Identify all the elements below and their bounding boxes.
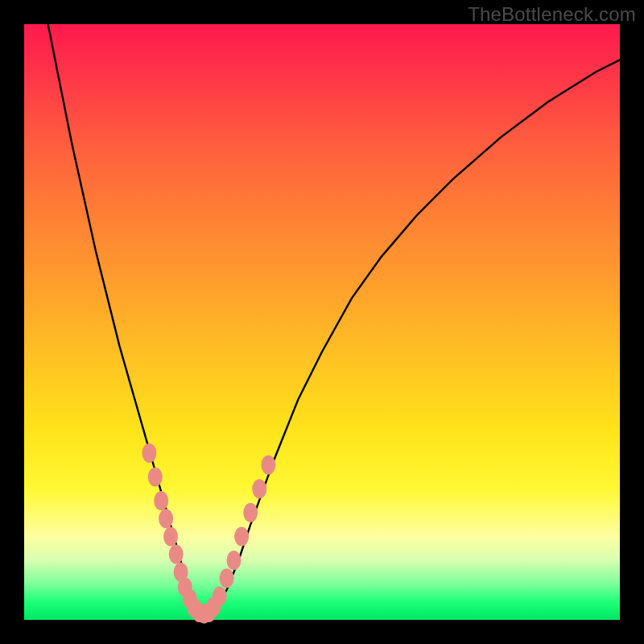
marker-point bbox=[243, 503, 258, 522]
plot-area bbox=[24, 24, 620, 620]
marker-point bbox=[159, 509, 173, 528]
marker-point bbox=[154, 491, 168, 510]
marker-point bbox=[261, 456, 275, 475]
bottleneck-curve bbox=[48, 24, 620, 614]
marker-point bbox=[220, 568, 234, 588]
marker-point bbox=[252, 479, 266, 498]
marker-point bbox=[213, 586, 227, 605]
chart-svg bbox=[24, 24, 620, 620]
marker-point bbox=[148, 467, 163, 486]
marker-point bbox=[234, 526, 249, 546]
marker-point bbox=[163, 526, 178, 546]
marker-point bbox=[142, 444, 156, 463]
chart-frame: TheBottleneck.com bbox=[0, 0, 644, 644]
marker-point bbox=[169, 545, 184, 564]
watermark-text: TheBottleneck.com bbox=[468, 3, 636, 26]
marker-group bbox=[142, 444, 275, 624]
marker-point bbox=[227, 551, 242, 570]
